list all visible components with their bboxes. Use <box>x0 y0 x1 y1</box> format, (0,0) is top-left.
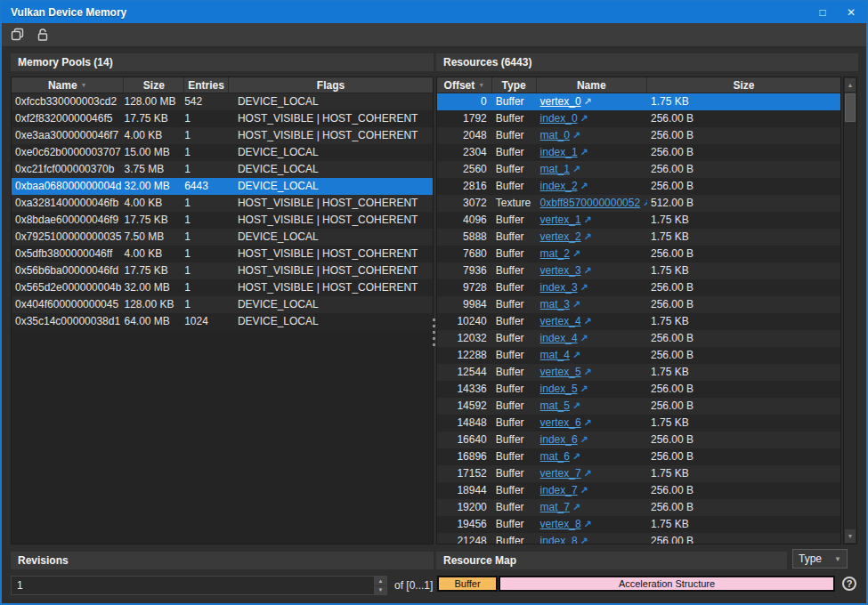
revision-spinbox[interactable]: 1 ▲ ▼ <box>11 576 387 595</box>
resource-row[interactable]: 9728Bufferindex_3↗256.00 B <box>437 279 840 296</box>
memory-pool-row[interactable]: 0xe3aa3000000046f74.00 KB1HOST_VISIBLE |… <box>12 127 433 144</box>
resource-link[interactable]: index_4 <box>540 332 578 344</box>
duplicate-window-button[interactable] <box>8 25 28 44</box>
title-bar[interactable]: Vulkan Device Memory □ ✕ <box>2 2 866 23</box>
resource-row[interactable]: 12032Bufferindex_4↗256.00 B <box>437 330 840 347</box>
table-cell: Buffer <box>492 279 537 296</box>
resource-link[interactable]: mat_7 <box>540 501 570 513</box>
resource-row[interactable]: 2304Bufferindex_1↗256.00 B <box>437 144 840 161</box>
external-link-icon: ↗ <box>572 448 580 465</box>
column-header-name[interactable]: Name▼ <box>12 77 124 93</box>
resource-link[interactable]: index_7 <box>540 484 578 496</box>
memory-pool-row[interactable]: 0xa3281400000046fb4.00 KB1HOST_VISIBLE |… <box>12 195 433 212</box>
resource-row[interactable]: 4096Buffervertex_1↗1.75 KB <box>437 212 840 229</box>
resource-link[interactable]: mat_0 <box>540 129 570 141</box>
lock-toggle-button[interactable] <box>33 25 53 44</box>
resource-row[interactable]: 19456Buffervertex_8↗1.75 KB <box>437 516 840 533</box>
map-type-dropdown[interactable]: Type ▼ <box>792 549 848 569</box>
revision-value[interactable]: 1 <box>12 579 374 592</box>
resource-link[interactable]: mat_1 <box>540 163 570 175</box>
resource-link[interactable]: index_3 <box>540 281 578 294</box>
memory-pool-row[interactable]: 0xfccb330000003cd2128.00 MB542DEVICE_LOC… <box>12 93 433 110</box>
memory-pool-row[interactable]: 0x79251000000000357.50 MB1DEVICE_LOCAL <box>12 229 433 246</box>
table-cell: 0x7925100000000035 <box>12 229 124 246</box>
resource-row[interactable]: 12288Buffermat_4↗256.00 B <box>437 347 840 364</box>
help-icon[interactable]: ? <box>842 577 856 591</box>
resource-row[interactable]: 2560Buffermat_1↗256.00 B <box>437 161 840 178</box>
resource-link[interactable]: vertex_3 <box>540 264 581 277</box>
spin-up-icon[interactable]: ▲ <box>375 577 386 586</box>
resource-link[interactable]: index_6 <box>540 433 578 446</box>
scroll-up-icon[interactable]: ▲ <box>845 78 856 92</box>
resource-link[interactable]: vertex_6 <box>540 416 581 429</box>
memory-pool-row[interactable]: 0x35c14c00000038d164.00 MB1024DEVICE_LOC… <box>12 313 433 330</box>
maximize-button[interactable]: □ <box>815 2 831 23</box>
column-header-name[interactable]: Name <box>537 77 647 93</box>
resource-row[interactable]: 9984Buffermat_3↗256.00 B <box>437 296 840 313</box>
resources-scrollbar[interactable]: ▲ ▼ <box>843 77 857 544</box>
resource-link[interactable]: 0xbff8570000000052 <box>540 197 641 209</box>
resource-link[interactable]: mat_6 <box>540 450 570 463</box>
resource-row[interactable]: 16896Buffermat_6↗256.00 B <box>437 448 840 465</box>
memory-pool-row[interactable]: 0xf2f83200000046f517.75 KB1HOST_VISIBLE … <box>12 110 433 127</box>
table-cell: 256.00 B <box>647 144 840 161</box>
resource-row[interactable]: 12544Buffervertex_5↗1.75 KB <box>437 364 840 381</box>
resource-link[interactable]: vertex_0 <box>540 95 581 108</box>
resource-row[interactable]: 5888Buffervertex_2↗1.75 KB <box>437 229 840 246</box>
column-header-offset[interactable]: Offset▼ <box>437 77 492 93</box>
memory-pool-row[interactable]: 0xe0c62b000000370715.00 MB1DEVICE_LOCAL <box>12 144 433 161</box>
resource-row[interactable]: 0Buffervertex_0↗1.75 KB <box>437 93 840 110</box>
resource-link[interactable]: vertex_4 <box>540 315 581 327</box>
map-segment-buffer[interactable]: Buffer <box>437 576 498 592</box>
resource-row[interactable]: 17152Buffervertex_7↗1.75 KB <box>437 465 840 482</box>
memory-pool-row[interactable]: 0x404f600000000045128.00 KB1DEVICE_LOCAL <box>12 296 433 313</box>
resource-link[interactable]: index_0 <box>540 112 578 125</box>
resource-link[interactable]: index_5 <box>540 383 578 395</box>
memory-pool-row[interactable]: 0x8bdae600000046f917.75 KB1HOST_VISIBLE … <box>12 212 433 229</box>
resource-link[interactable]: mat_5 <box>540 399 570 412</box>
column-header-size[interactable]: Size <box>647 77 840 93</box>
resource-link[interactable]: mat_2 <box>540 247 570 260</box>
resource-row[interactable]: 18944Bufferindex_7↗256.00 B <box>437 482 840 499</box>
map-segment-acceleration-structure[interactable]: Acceleration Structure <box>499 576 835 592</box>
spin-down-icon[interactable]: ▼ <box>375 586 386 595</box>
column-header-flags[interactable]: Flags <box>229 77 433 93</box>
scroll-down-icon[interactable]: ▼ <box>845 529 856 543</box>
resource-row[interactable]: 14592Buffermat_5↗256.00 B <box>437 398 840 415</box>
column-header-type[interactable]: Type <box>492 77 537 93</box>
resource-row[interactable]: 1792Bufferindex_0↗256.00 B <box>437 110 840 127</box>
resource-row[interactable]: 19200Buffermat_7↗256.00 B <box>437 499 840 516</box>
resource-row[interactable]: 21248Bufferindex_8↗256.00 B <box>437 533 840 544</box>
resource-link[interactable]: vertex_7 <box>540 467 581 480</box>
resource-link[interactable]: vertex_5 <box>540 366 581 378</box>
resource-row[interactable]: 2048Buffermat_0↗256.00 B <box>437 127 840 144</box>
resource-link[interactable]: mat_4 <box>540 349 570 361</box>
memory-pool-row[interactable]: 0x565d2e000000004b32.00 MB1HOST_VISIBLE … <box>12 279 433 296</box>
resource-link[interactable]: vertex_8 <box>540 518 581 530</box>
resource-row[interactable]: 14848Buffervertex_6↗1.75 KB <box>437 415 840 432</box>
resource-row[interactable]: 3072Texture0xbff8570000000052↗512.00 B <box>437 195 840 212</box>
resource-row[interactable]: 14336Bufferindex_5↗256.00 B <box>437 381 840 398</box>
column-header-size[interactable]: Size <box>124 77 184 93</box>
memory-pool-row[interactable]: 0x5dfb3800000046ff4.00 KB1HOST_VISIBLE |… <box>12 246 433 262</box>
memory-pool-row[interactable]: 0xbaa068000000004d32.00 MB6443DEVICE_LOC… <box>12 178 433 195</box>
resource-row[interactable]: 7680Buffermat_2↗256.00 B <box>437 246 840 262</box>
resource-link[interactable]: index_8 <box>540 535 578 544</box>
resource-link[interactable]: vertex_2 <box>540 230 581 243</box>
resource-link[interactable]: mat_3 <box>540 298 570 311</box>
resource-row[interactable]: 16640Bufferindex_6↗256.00 B <box>437 432 840 448</box>
resource-link[interactable]: index_2 <box>540 180 578 192</box>
column-label: Offset <box>444 77 475 93</box>
resource-link[interactable]: vertex_1 <box>540 214 581 226</box>
column-header-entries[interactable]: Entries <box>184 77 229 93</box>
table-cell: 17152 <box>437 465 492 482</box>
close-button[interactable]: ✕ <box>843 2 859 23</box>
memory-pool-row[interactable]: 0xc21fcf000000370b3.75 MB1DEVICE_LOCAL <box>12 161 433 178</box>
resource-row[interactable]: 7936Buffervertex_3↗1.75 KB <box>437 262 840 279</box>
resource-row[interactable]: 2816Bufferindex_2↗256.00 B <box>437 178 840 195</box>
resource-row[interactable]: 10240Buffervertex_4↗1.75 KB <box>437 313 840 330</box>
memory-pool-row[interactable]: 0x56b6ba00000046fd17.75 KB1HOST_VISIBLE … <box>12 262 433 279</box>
table-cell: 256.00 B <box>647 330 840 347</box>
scrollbar-thumb[interactable] <box>845 93 856 122</box>
resource-link[interactable]: index_1 <box>540 146 578 158</box>
